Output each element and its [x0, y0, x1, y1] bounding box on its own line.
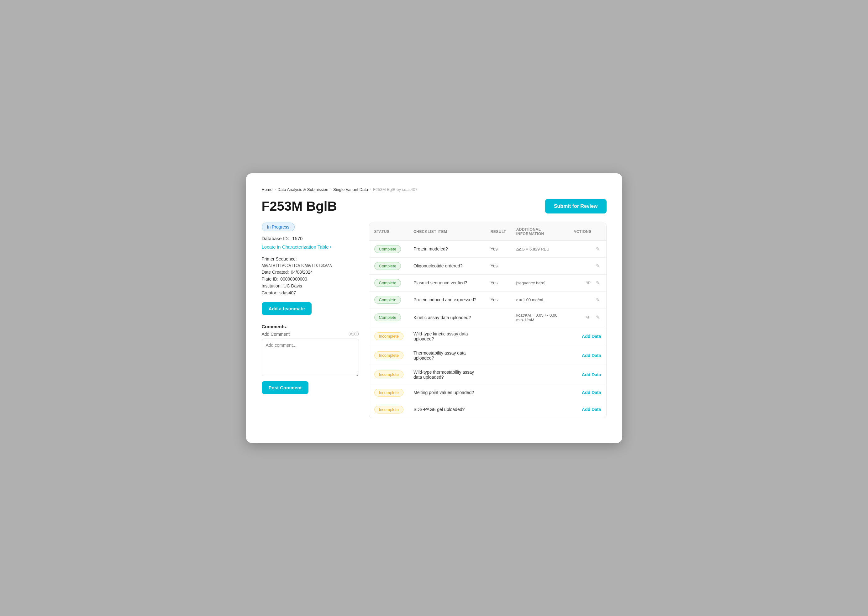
breadcrumb-single-variant[interactable]: Single Variant Data: [333, 187, 368, 192]
actions-icons: ✎: [574, 263, 601, 269]
actions-cell: Add Data: [569, 401, 606, 418]
primer-label: Primer Sequence:: [262, 256, 297, 261]
result-cell: [485, 365, 511, 384]
result-cell: Yes: [485, 240, 511, 258]
status-cell: Complete: [369, 240, 409, 258]
add-data-button[interactable]: Add Data: [582, 407, 601, 412]
add-data-button[interactable]: Add Data: [582, 390, 601, 395]
result-cell: [485, 308, 511, 327]
actions-cell: ✎: [569, 258, 606, 274]
checklist-item: Wild-type kinetic assay data uploaded?: [408, 327, 485, 346]
additional-cell: [sequence here]: [511, 274, 569, 291]
post-comment-button[interactable]: Post Comment: [262, 381, 309, 394]
checklist-item: SDS-PAGE gel uploaded?: [408, 401, 485, 418]
result-cell: [485, 401, 511, 418]
comment-textarea[interactable]: [262, 339, 359, 376]
status-badge-complete: Complete: [374, 262, 401, 270]
additional-cell: [511, 258, 569, 274]
breadcrumb-home[interactable]: Home: [262, 187, 273, 192]
col-status: STATUS: [369, 223, 409, 241]
table-row: IncompleteThermostability assay data upl…: [369, 346, 606, 365]
breadcrumb: Home › Data Analysis & Submission › Sing…: [262, 187, 607, 192]
additional-cell: c = 1.00 mg/mL: [511, 291, 569, 308]
creator-label: Creator:: [262, 290, 278, 295]
status-badge-complete: Complete: [374, 313, 401, 321]
status-cell: Complete: [369, 308, 409, 327]
add-data-button[interactable]: Add Data: [582, 353, 601, 358]
status-cell: Incomplete: [369, 327, 409, 346]
actions-cell: 👁✎: [569, 274, 606, 291]
actions-icons: 👁✎: [574, 314, 601, 321]
result-cell: [485, 346, 511, 365]
additional-cell: [511, 401, 569, 418]
edit-icon-button[interactable]: ✎: [595, 280, 601, 286]
comment-header: Add Comment 0/100: [262, 332, 359, 337]
plate-id-value: 00000000000: [280, 277, 307, 281]
breadcrumb-sep-1: ›: [274, 187, 276, 192]
actions-icons: 👁✎: [574, 280, 601, 286]
checklist-item: Protein modeled?: [408, 240, 485, 258]
plate-id-label: Plate ID:: [262, 277, 279, 281]
plate-id-row: Plate ID: 00000000000: [262, 277, 359, 281]
checklist-item: Protein induced and expressed?: [408, 291, 485, 308]
additional-cell: [511, 327, 569, 346]
table-row: CompleteProtein induced and expressed?Ye…: [369, 291, 606, 308]
status-cell: Incomplete: [369, 346, 409, 365]
edit-icon-button[interactable]: ✎: [595, 263, 601, 269]
breadcrumb-sep-2: ›: [330, 187, 331, 192]
add-data-button[interactable]: Add Data: [582, 372, 601, 377]
db-id-label: Database ID:: [262, 236, 289, 241]
col-actions: ACTIONS: [569, 223, 606, 241]
actions-cell: Add Data: [569, 365, 606, 384]
status-cell: Incomplete: [369, 401, 409, 418]
additional-cell: kcat/KM = 0.05 +- 0.00 min-1/mM: [511, 308, 569, 327]
status-cell: Complete: [369, 274, 409, 291]
status-badge-complete: Complete: [374, 279, 401, 287]
status-badge-incomplete: Incomplete: [374, 405, 404, 413]
status-cell: Incomplete: [369, 384, 409, 401]
creator-row: Creator: sdas407: [262, 290, 359, 295]
creator-value: sdas407: [279, 290, 296, 295]
date-created-label: Date Created:: [262, 270, 289, 275]
checklist-table: STATUS Checklist Item Result Additional …: [369, 223, 606, 418]
checklist-table-container: STATUS Checklist Item Result Additional …: [369, 223, 607, 418]
status-cell: Incomplete: [369, 365, 409, 384]
additional-cell: [511, 384, 569, 401]
db-id-row: Database ID: 1570: [262, 236, 359, 241]
additional-cell: ΔΔG = 6.829 REU: [511, 240, 569, 258]
add-data-button[interactable]: Add Data: [582, 334, 601, 339]
edit-icon-button[interactable]: ✎: [595, 246, 601, 252]
institution-label: Institution:: [262, 283, 282, 288]
view-icon-button[interactable]: 👁: [585, 315, 592, 321]
primer-sequence-row: Primer Sequence:: [262, 256, 359, 261]
add-teammate-button[interactable]: Add a teammate: [262, 302, 312, 315]
main-layout: In Progress Database ID: 1570 Locate in …: [262, 223, 607, 418]
comments-label: Comments:: [262, 324, 359, 329]
institution-value: UC Davis: [283, 283, 302, 288]
checklist-item: Kinetic assay data uploaded?: [408, 308, 485, 327]
actions-icons: ✎: [574, 246, 601, 252]
table-row: CompleteOligonucleotide ordered?Yes✎: [369, 258, 606, 274]
table-row: IncompleteSDS-PAGE gel uploaded?Add Data: [369, 401, 606, 418]
result-cell: [485, 384, 511, 401]
edit-icon-button[interactable]: ✎: [595, 314, 601, 321]
table-row: IncompleteWild-type kinetic assay data u…: [369, 327, 606, 346]
submit-review-button[interactable]: Submit for Review: [545, 199, 607, 214]
status-cell: Complete: [369, 258, 409, 274]
checklist-item: Wild-type thermostability assay data upl…: [408, 365, 485, 384]
table-row: IncompleteWild-type thermostability assa…: [369, 365, 606, 384]
add-comment-label: Add Comment: [262, 332, 290, 337]
table-row: CompleteKinetic assay data uploaded?kcat…: [369, 308, 606, 327]
col-checklist: Checklist Item: [408, 223, 485, 241]
status-badge-incomplete: Incomplete: [374, 371, 404, 379]
breadcrumb-data-analysis[interactable]: Data Analysis & Submission: [278, 187, 328, 192]
result-cell: Yes: [485, 258, 511, 274]
date-created-row: Date Created: 04/08/2024: [262, 270, 359, 275]
actions-cell: ✎: [569, 291, 606, 308]
sidebar: In Progress Database ID: 1570 Locate in …: [262, 223, 359, 394]
result-cell: [485, 327, 511, 346]
locate-characterization-link[interactable]: Locate in Characterization Table ›: [262, 244, 359, 250]
edit-icon-button[interactable]: ✎: [595, 297, 601, 303]
view-icon-button[interactable]: 👁: [585, 280, 592, 286]
page-title: F253M BglB: [262, 199, 337, 214]
